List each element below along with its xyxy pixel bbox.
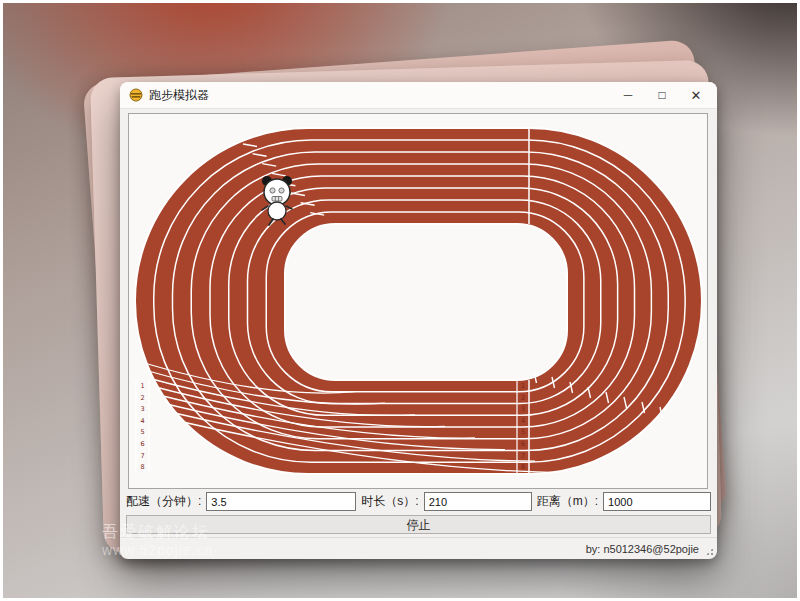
svg-text:2: 2 (140, 394, 144, 402)
svg-text:2: 2 (521, 394, 525, 402)
stop-button[interactable]: 停止 (126, 515, 711, 534)
window-title: 跑步模拟器 (149, 87, 611, 104)
svg-text:6: 6 (521, 440, 525, 448)
duration-input[interactable] (424, 492, 532, 511)
pace-input[interactable] (206, 492, 356, 511)
pace-label: 配速（分钟）: (126, 493, 201, 510)
svg-text:3: 3 (521, 405, 525, 413)
maximize-button[interactable]: □ (645, 82, 679, 109)
svg-text:7: 7 (521, 452, 525, 460)
running-track-graphic: 1122334455667788 (129, 114, 707, 488)
app-window: 跑步模拟器 ─ □ ✕ 1122334455667788 配速（分钟）: 时长（… (120, 82, 717, 559)
parameters-row: 配速（分钟）: 时长（s）: 距离（m）: (126, 491, 711, 512)
close-button[interactable]: ✕ (679, 82, 713, 109)
duration-label: 时长（s）: (361, 493, 418, 510)
credit-text: by: n5012346@52pojie (586, 543, 699, 555)
svg-text:6: 6 (140, 440, 144, 448)
svg-text:5: 5 (521, 428, 525, 436)
svg-text:5: 5 (140, 428, 144, 436)
svg-text:4: 4 (521, 417, 525, 425)
status-bar: by: n5012346@52pojie (120, 537, 717, 559)
track-canvas: 1122334455667788 (128, 113, 708, 489)
distance-label: 距离（m）: (537, 493, 598, 510)
svg-text:8: 8 (521, 463, 525, 471)
svg-text:7: 7 (140, 452, 144, 460)
resize-grip[interactable] (705, 547, 714, 556)
desktop-background: 跑步模拟器 ─ □ ✕ 1122334455667788 配速（分钟）: 时长（… (0, 0, 800, 601)
svg-text:1: 1 (140, 382, 144, 390)
svg-text:8: 8 (140, 463, 144, 471)
title-bar: 跑步模拟器 ─ □ ✕ (120, 82, 717, 109)
distance-input[interactable] (603, 492, 711, 511)
app-icon (129, 88, 143, 102)
svg-text:3: 3 (140, 405, 144, 413)
minimize-button[interactable]: ─ (611, 82, 645, 109)
svg-text:1: 1 (521, 382, 525, 390)
svg-text:4: 4 (140, 417, 144, 425)
